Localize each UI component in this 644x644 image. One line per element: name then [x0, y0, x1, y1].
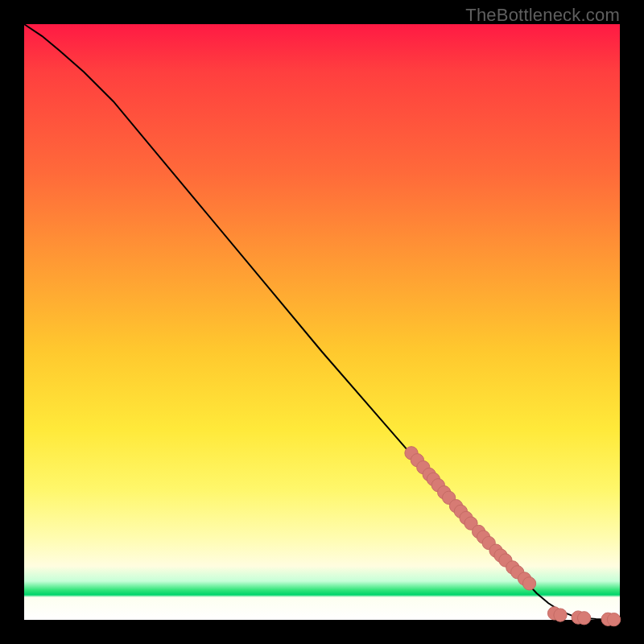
data-point: [607, 613, 620, 625]
data-point: [577, 612, 590, 625]
chart-svg: [24, 24, 620, 620]
data-point: [522, 577, 535, 590]
curve-markers: [405, 447, 621, 626]
watermark-text: TheBottleneck.com: [465, 5, 620, 26]
data-point: [554, 609, 567, 621]
chart-frame: TheBottleneck.com: [0, 0, 644, 644]
curve-line: [24, 24, 620, 620]
